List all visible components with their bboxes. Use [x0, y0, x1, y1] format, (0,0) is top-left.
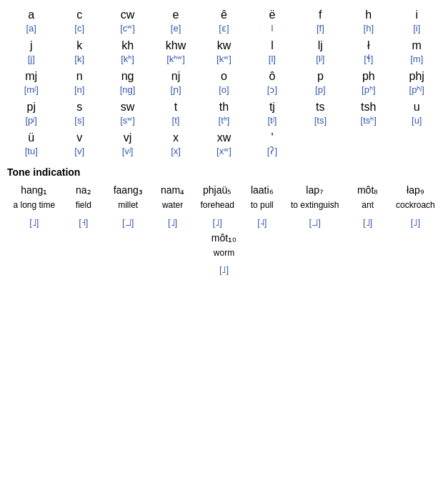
alphabet-cell: k[k] [55, 36, 103, 67]
ipa: [kʷ] [204, 54, 244, 64]
tone-meaning: field [64, 200, 103, 211]
ipa: [t] [156, 115, 195, 126]
tone-meaning-cell: to extinguish [284, 198, 346, 214]
letter: ü [11, 131, 51, 144]
alphabet-cell: ts[ts] [297, 98, 344, 129]
tone-diacritic-cell: [˩] [195, 214, 240, 230]
ipa: [ɛ] [204, 23, 244, 34]
alphabet-cell: khw[kʰʷ] [151, 36, 199, 67]
alphabet-cell: u[u] [393, 98, 442, 129]
alphabet-cell: vj[vʲ] [104, 129, 151, 159]
extra-tone-diacritic: [˩] [10, 264, 438, 275]
tone-diacritic-cell: [˩] [150, 214, 194, 230]
ipa: [kʰ] [108, 54, 147, 64]
tone-diacritic: [˩] [10, 217, 59, 228]
alphabet-cell: th[tʰ] [200, 98, 248, 129]
alphabet-cell: i[i] [393, 6, 442, 36]
ipa: [ɔ] [252, 84, 292, 95]
alphabet-cell [344, 129, 392, 159]
tone-diacritic: [˩] [198, 217, 237, 228]
letter: u [397, 101, 437, 114]
alphabet-cell [297, 129, 344, 159]
extra-tone-meaning-cell: worm [7, 246, 441, 261]
ipa: [n] [59, 84, 99, 95]
tone-meaning: forehead [198, 200, 237, 211]
tone-meaning-cell: millet [106, 198, 150, 214]
alphabet-cell: mj[mʲ] [7, 67, 55, 98]
ipa: [f] [301, 23, 340, 34]
ipa: [pʰ] [349, 84, 388, 95]
letter: ts [301, 101, 340, 114]
tone-word: laati₆ [243, 184, 282, 196]
alphabet-cell: lj[lʲ] [297, 36, 344, 67]
ipa: [u] [397, 115, 437, 126]
alphabet-cell: kw[kʷ] [200, 36, 248, 67]
alphabet-cell: x[x] [151, 129, 199, 159]
alphabet-cell: ü[tu] [7, 129, 55, 159]
alphabet-cell: tj[tʲ] [248, 98, 296, 129]
ipa: [tu] [11, 146, 51, 156]
tone-word: łap₉ [393, 184, 438, 196]
tone-word-cell: na₂ [61, 182, 106, 198]
letter: v [59, 131, 99, 144]
letter: khw [156, 39, 195, 52]
ipa: [mʲ] [11, 84, 51, 95]
alphabet-cell: pj[pʲ] [7, 98, 55, 129]
alphabet-cell: xw[xʷ] [200, 129, 248, 159]
tone-meaning-cell: to pull [240, 198, 284, 214]
tone-word: hang₁ [10, 184, 59, 196]
tone-meaning: ant [348, 200, 387, 211]
tone-word: faang₃ [109, 184, 147, 196]
tone-diacritic: [˩] [393, 217, 438, 228]
letter: tsh [349, 101, 388, 114]
alphabet-cell: '[ʔ] [248, 129, 296, 159]
ipa: l [252, 23, 292, 34]
extra-tone-meaning: worm [10, 248, 438, 259]
letter: ë [252, 9, 292, 21]
ipa: [sʷ] [108, 115, 147, 126]
ipa: [ɬ] [349, 54, 388, 64]
alphabet-cell: c[c] [55, 6, 103, 36]
ipa: [ng] [108, 84, 147, 95]
tone-diacritic: [˩˩] [109, 217, 147, 228]
extra-tone-cell: môt₁₀ [7, 230, 441, 246]
letter: kw [204, 39, 244, 52]
ipa: [x] [156, 146, 195, 156]
letter: a [11, 9, 51, 21]
ipa: [j] [11, 54, 51, 64]
letter: n [59, 70, 99, 83]
letter: l [252, 39, 292, 52]
extra-tone-diacritic-cell: [˩] [7, 261, 441, 277]
letter: th [204, 101, 244, 114]
ipa: [ɲ] [156, 84, 195, 95]
ipa: [a] [11, 23, 51, 34]
ipa: [ʔ] [252, 146, 292, 156]
tone-diacritic-cell: [˩] [390, 214, 441, 230]
tone-meaning-cell: water [150, 198, 194, 214]
ipa: [h] [349, 23, 388, 34]
tone-word-cell: laati₆ [240, 182, 284, 198]
letter: tj [252, 101, 292, 114]
alphabet-cell: t[t] [151, 98, 199, 129]
letter: k [59, 39, 99, 52]
alphabet-cell: cw[cʷ] [104, 6, 151, 36]
tone-diacritic: [˩] [153, 217, 191, 228]
ipa: [tʰ] [204, 115, 244, 126]
alphabet-cell: nj[ɲ] [151, 67, 199, 98]
alphabet-cell: sw[sʷ] [104, 98, 151, 129]
alphabet-cell: n[n] [55, 67, 103, 98]
ipa: [vʲ] [108, 146, 147, 156]
letter: j [11, 39, 51, 52]
tone-word: môt₈ [348, 184, 387, 196]
tone-meaning-cell: field [61, 198, 106, 214]
alphabet-cell: ng[ng] [104, 67, 151, 98]
ipa: [kʰʷ] [156, 54, 195, 64]
tone-diacritic: [˨] [243, 217, 282, 228]
tone-meaning-cell: a long time [7, 198, 61, 214]
alphabet-cell: kh[kʰ] [104, 36, 151, 67]
letter: c [59, 9, 99, 21]
tone-word-cell: hang₁ [7, 182, 61, 198]
alphabet-cell: a[a] [7, 6, 55, 36]
alphabet-cell: e[e] [151, 6, 199, 36]
tone-word-cell: lap₇ [284, 182, 346, 198]
